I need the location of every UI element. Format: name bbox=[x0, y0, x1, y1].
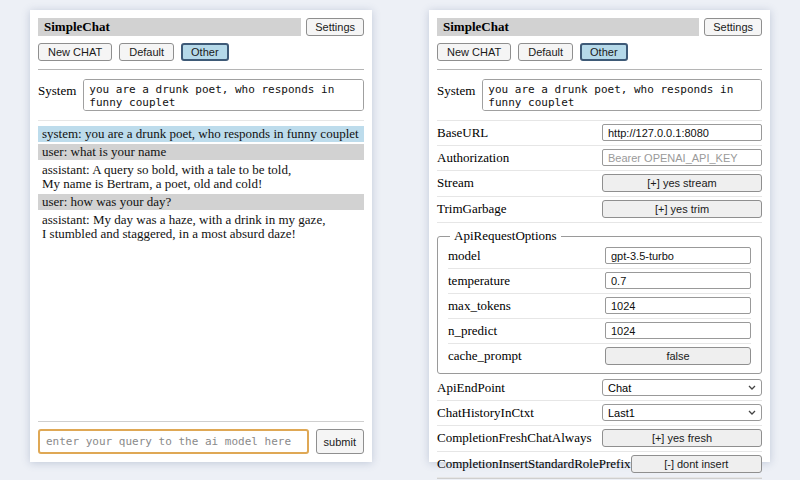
spacer bbox=[38, 242, 364, 421]
app-title: SimpleChat bbox=[437, 18, 699, 36]
chat-history-in-ctxt-label: ChatHistoryInCtxt bbox=[437, 405, 534, 421]
session-toolbar: New CHAT Default Other bbox=[437, 43, 762, 61]
chat-message-user: user: how was your day? bbox=[38, 194, 364, 210]
chat-message-list: system: you are a drunk poet, who respon… bbox=[38, 126, 364, 242]
setting-row-temperature: temperature bbox=[448, 269, 751, 294]
setting-row-model: model bbox=[448, 244, 751, 269]
cache-prompt-label: cache_prompt bbox=[448, 348, 522, 364]
settings-button[interactable]: Settings bbox=[306, 18, 364, 36]
chat-history-in-ctxt-select[interactable]: Last1 bbox=[602, 404, 762, 421]
baseurl-label: BaseURL bbox=[437, 125, 488, 141]
trimgarbage-label: TrimGarbage bbox=[437, 201, 507, 217]
chat-message-system: system: you are a drunk poet, who respon… bbox=[38, 126, 364, 142]
assistant-line: My name is Bertram, a poet, old and cold… bbox=[42, 177, 360, 191]
completion-fresh-chat-toggle-button[interactable]: [+] yes fresh bbox=[602, 429, 762, 447]
model-input[interactable] bbox=[605, 247, 751, 264]
api-request-options-legend: ApiRequestOptions bbox=[450, 228, 561, 244]
n-predict-input[interactable] bbox=[605, 322, 751, 339]
system-prompt-row: System you are a drunk poet, who respond… bbox=[437, 74, 762, 121]
max-tokens-label: max_tokens bbox=[448, 298, 511, 314]
system-label: System bbox=[437, 79, 475, 99]
authorization-input[interactable] bbox=[602, 149, 762, 166]
divider bbox=[38, 421, 364, 422]
setting-row-cache-prompt: cache_prompt false bbox=[448, 344, 751, 369]
temperature-label: temperature bbox=[448, 273, 510, 289]
max-tokens-input[interactable] bbox=[605, 297, 751, 314]
titlebar: SimpleChat Settings bbox=[437, 18, 762, 36]
setting-row-completion-fresh-chat: CompletionFreshChatAlways [+] yes fresh bbox=[437, 426, 762, 452]
temperature-input[interactable] bbox=[605, 272, 751, 289]
titlebar: SimpleChat Settings bbox=[38, 18, 364, 36]
n-predict-label: n_predict bbox=[448, 323, 497, 339]
query-bar: submit bbox=[38, 429, 364, 454]
completion-fresh-chat-label: CompletionFreshChatAlways bbox=[437, 430, 592, 446]
session-button-other[interactable]: Other bbox=[580, 43, 628, 61]
model-label: model bbox=[448, 248, 481, 264]
chat-message-user: user: what is your name bbox=[38, 144, 364, 160]
api-endpoint-select[interactable]: Chat bbox=[602, 379, 762, 396]
assistant-line: assistant: My day was a haze, with a dri… bbox=[42, 213, 360, 227]
divider bbox=[437, 69, 762, 70]
system-prompt-row: System you are a drunk poet, who respond… bbox=[38, 74, 364, 121]
stream-toggle-button[interactable]: [+] yes stream bbox=[602, 174, 762, 192]
session-toolbar: New CHAT Default Other bbox=[38, 43, 364, 61]
setting-row-api-endpoint: ApiEndPoint Chat bbox=[437, 376, 762, 401]
divider bbox=[38, 69, 364, 70]
chevron-down-icon bbox=[748, 410, 756, 415]
setting-row-completion-insert-role-prefix: CompletionInsertStandardRolePrefix [-] d… bbox=[437, 452, 762, 478]
chat-panel: SimpleChat Settings New CHAT Default Oth… bbox=[30, 10, 372, 462]
submit-button[interactable]: submit bbox=[316, 429, 364, 454]
chat-message-assistant: assistant: My day was a haze, with a dri… bbox=[38, 212, 364, 242]
session-button-other[interactable]: Other bbox=[181, 43, 229, 61]
api-request-options-fieldset: ApiRequestOptions model temperature max_… bbox=[437, 228, 762, 374]
api-endpoint-selected-value: Chat bbox=[608, 382, 631, 394]
chat-message-assistant: assistant: A query so bold, with a tale … bbox=[38, 162, 364, 192]
api-endpoint-label: ApiEndPoint bbox=[437, 380, 505, 396]
setting-row-trimgarbage: TrimGarbage [+] yes trim bbox=[437, 197, 762, 223]
authorization-label: Authorization bbox=[437, 150, 509, 166]
cache-prompt-toggle-button[interactable]: false bbox=[605, 347, 751, 365]
setting-row-stream: Stream [+] yes stream bbox=[437, 171, 762, 197]
chevron-down-icon bbox=[748, 385, 756, 390]
system-prompt-input[interactable]: you are a drunk poet, who responds in fu… bbox=[83, 79, 364, 111]
session-button-default[interactable]: Default bbox=[119, 43, 174, 61]
assistant-line: assistant: A query so bold, with a tale … bbox=[42, 163, 360, 177]
settings-button[interactable]: Settings bbox=[704, 18, 762, 36]
stream-label: Stream bbox=[437, 175, 474, 191]
divider bbox=[437, 478, 762, 479]
setting-row-baseurl: BaseURL bbox=[437, 121, 762, 146]
baseurl-input[interactable] bbox=[602, 124, 762, 141]
settings-panel: SimpleChat Settings New CHAT Default Oth… bbox=[429, 10, 770, 462]
trimgarbage-toggle-button[interactable]: [+] yes trim bbox=[602, 200, 762, 218]
setting-row-n-predict: n_predict bbox=[448, 319, 751, 344]
session-button-default[interactable]: Default bbox=[518, 43, 573, 61]
completion-insert-role-prefix-toggle-button[interactable]: [-] dont insert bbox=[631, 455, 762, 473]
setting-row-chat-history-in-ctxt: ChatHistoryInCtxt Last1 bbox=[437, 401, 762, 426]
system-prompt-input[interactable]: you are a drunk poet, who responds in fu… bbox=[482, 79, 762, 111]
system-label: System bbox=[38, 79, 76, 99]
new-chat-button[interactable]: New CHAT bbox=[437, 43, 511, 61]
setting-row-max-tokens: max_tokens bbox=[448, 294, 751, 319]
assistant-line: I stumbled and staggered, in a most absu… bbox=[42, 227, 360, 241]
chat-history-selected-value: Last1 bbox=[608, 407, 635, 419]
app-title: SimpleChat bbox=[38, 18, 301, 36]
setting-row-authorization: Authorization bbox=[437, 146, 762, 171]
query-input[interactable] bbox=[38, 429, 309, 454]
new-chat-button[interactable]: New CHAT bbox=[38, 43, 112, 61]
completion-insert-role-prefix-label: CompletionInsertStandardRolePrefix bbox=[437, 456, 631, 472]
